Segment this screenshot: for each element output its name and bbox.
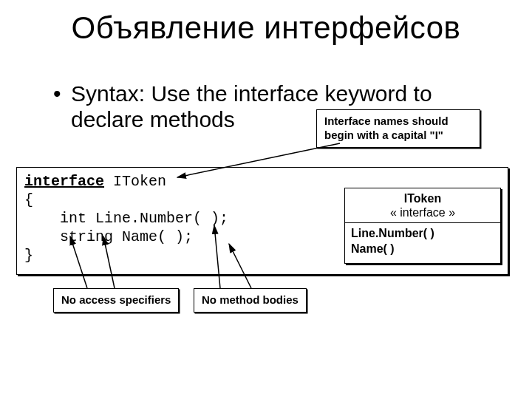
callout-line: begin with a capital "I": [324, 129, 472, 143]
slide: Объявление интерфейсов • Syntax: Use the…: [0, 0, 532, 399]
code-block: interface IToken { int Line.Number( ); s…: [24, 172, 228, 265]
callout-interface-names: Interface names should begin with a capi…: [316, 109, 480, 148]
code-text: string Name( );: [24, 228, 193, 245]
uml-operations: Line.Number( ) Name( ): [345, 223, 500, 263]
uml-head: IToken « interface »: [345, 188, 500, 223]
bullet-dot-icon: •: [53, 81, 61, 107]
uml-stereotype: « interface »: [349, 205, 496, 219]
uml-name: IToken: [349, 191, 496, 205]
callout-no-bodies: No method bodies: [194, 288, 307, 313]
slide-title: Объявление интерфейсов: [0, 10, 532, 46]
uml-op: Line.Number( ): [351, 226, 494, 242]
code-text: {: [24, 191, 33, 208]
keyword-interface: interface: [24, 173, 104, 190]
bullet-line-1: Syntax: Use the interface keyword to: [71, 81, 485, 107]
code-text: }: [24, 247, 33, 264]
code-text: int Line.Number( );: [24, 210, 228, 227]
uml-op: Name( ): [351, 242, 494, 257]
callout-no-access: No access specifiers: [53, 288, 179, 313]
callout-line: Interface names should: [324, 115, 472, 129]
code-text: IToken: [104, 173, 166, 190]
uml-box: IToken « interface » Line.Number( ) Name…: [344, 188, 501, 264]
